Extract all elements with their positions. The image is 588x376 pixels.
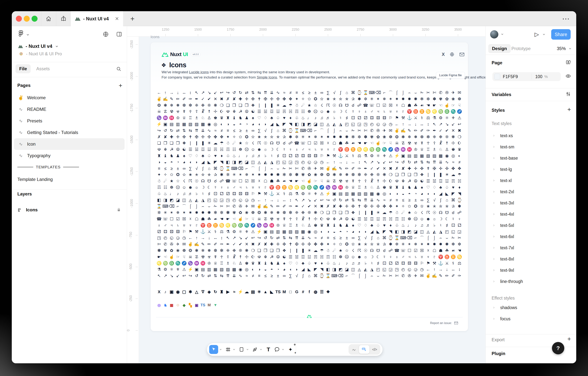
grid-icon[interactable]: ♖ bbox=[287, 222, 294, 228]
grid-icon[interactable]: ⇄ bbox=[175, 128, 181, 134]
grid-icon[interactable]: ♁ bbox=[363, 108, 369, 115]
grid-icon[interactable]: ◒ bbox=[331, 228, 337, 235]
file-title-row[interactable]: - Nuxt UI v4 bbox=[18, 43, 59, 49]
grid-icon[interactable]: ◰ bbox=[275, 159, 281, 165]
grid-icon[interactable]: ◩ bbox=[237, 159, 244, 165]
grid-icon[interactable]: ↺ bbox=[193, 273, 200, 279]
grid-icon[interactable]: ✒ bbox=[294, 203, 300, 209]
grid-icon[interactable]: ☍ bbox=[456, 209, 463, 216]
grid-icon[interactable]: ∫ bbox=[200, 165, 206, 172]
grid-icon[interactable]: ♍ bbox=[162, 260, 169, 267]
grid-icon[interactable]: ☥ bbox=[425, 140, 431, 146]
grid-icon[interactable]: ▥ bbox=[344, 191, 350, 197]
grid-icon[interactable]: ♝ bbox=[162, 153, 169, 159]
grid-icon[interactable]: ♧ bbox=[156, 191, 162, 197]
grid-icon[interactable]: ⚔ bbox=[444, 260, 450, 267]
page-item-template-landing[interactable]: Template Landing bbox=[17, 177, 53, 182]
grid-icon[interactable]: ✤ bbox=[450, 165, 456, 172]
grid-icon[interactable]: ♂ bbox=[162, 222, 169, 228]
grid-icon[interactable]: ◉ bbox=[237, 266, 244, 273]
grid-icon[interactable]: ◲ bbox=[356, 121, 363, 128]
grid-icon[interactable]: ♌ bbox=[294, 184, 300, 191]
grid-icon[interactable]: ☯ bbox=[281, 254, 287, 260]
grid-icon[interactable]: ✫ bbox=[350, 241, 356, 247]
grid-icon[interactable]: ☄ bbox=[400, 209, 406, 216]
grid-icon[interactable]: ♜ bbox=[256, 260, 262, 267]
text-style-text-3xl[interactable]: text-3xl bbox=[492, 198, 514, 207]
grid-icon[interactable]: ⌠ bbox=[256, 165, 262, 172]
grid-icon[interactable]: ◥ bbox=[287, 121, 294, 128]
grid-icon[interactable]: ✧ bbox=[162, 172, 169, 178]
grid-icon[interactable]: ✧ bbox=[331, 241, 337, 247]
grid-icon[interactable]: ❃ bbox=[331, 172, 337, 178]
grid-icon[interactable]: ✝ bbox=[356, 203, 363, 209]
grid-icon[interactable]: ◳ bbox=[225, 197, 231, 203]
grid-icon[interactable]: ❏ bbox=[225, 102, 231, 108]
grid-icon[interactable]: ← bbox=[325, 159, 331, 165]
grid-icon[interactable]: ◒ bbox=[400, 191, 406, 197]
grid-icon[interactable]: ▤ bbox=[200, 266, 206, 273]
grid-icon[interactable]: ✄ bbox=[156, 241, 162, 247]
grid-icon[interactable]: ✛ bbox=[175, 134, 181, 140]
grid-icon[interactable]: ♊ bbox=[419, 108, 425, 115]
grid-icon[interactable]: ⌨ bbox=[400, 235, 406, 241]
variables-button[interactable] bbox=[565, 91, 571, 97]
grid-icon[interactable]: ✇ bbox=[168, 241, 175, 247]
grid-icon[interactable]: ♠ bbox=[250, 115, 256, 121]
grid-icon[interactable]: ◧ bbox=[294, 121, 300, 128]
grid-icon[interactable]: ⚁ bbox=[356, 115, 363, 121]
grid-icon[interactable]: ♦ bbox=[319, 260, 325, 267]
grid-icon[interactable]: ◖ bbox=[425, 191, 431, 197]
grid-icon[interactable]: ♦ bbox=[456, 184, 463, 191]
lock-icon[interactable] bbox=[116, 207, 121, 212]
grid-icon[interactable]: ✁ bbox=[281, 165, 287, 172]
grid-icon[interactable]: ✚ bbox=[406, 165, 413, 172]
grid-icon[interactable]: ▩ bbox=[438, 153, 444, 159]
grid-icon[interactable]: ☃ bbox=[225, 140, 231, 146]
grid-icon[interactable]: ◶ bbox=[313, 159, 319, 165]
grid-icon[interactable]: ♀ bbox=[287, 146, 294, 153]
grid-icon[interactable]: ☷ bbox=[400, 216, 406, 222]
grid-icon[interactable]: ✱ bbox=[219, 172, 225, 178]
grid-icon[interactable]: ⌐ bbox=[175, 203, 181, 209]
grid-icon[interactable]: ♫ bbox=[419, 222, 425, 228]
grid-icon[interactable]: ♈ bbox=[406, 108, 413, 115]
grid-icon[interactable]: ❏ bbox=[156, 140, 162, 146]
grid-icon[interactable]: ✳ bbox=[231, 172, 237, 178]
grid-icon[interactable]: ✔ bbox=[237, 241, 244, 247]
grid-icon[interactable]: ❅ bbox=[344, 172, 350, 178]
grid-icon[interactable]: ✖ bbox=[388, 165, 394, 172]
grid-icon[interactable]: ♨ bbox=[331, 260, 337, 267]
grid-icon[interactable]: ✲ bbox=[394, 241, 400, 247]
grid-icon[interactable]: ♩ bbox=[406, 222, 413, 228]
brand-icon[interactable]: ✳ bbox=[256, 290, 262, 294]
grid-icon[interactable]: ◑ bbox=[394, 191, 400, 197]
grid-icon[interactable]: ☘ bbox=[206, 216, 212, 222]
grid-icon[interactable]: ≈ bbox=[212, 128, 219, 134]
grid-icon[interactable]: ⚀ bbox=[450, 222, 456, 228]
grid-icon[interactable]: ✲ bbox=[156, 209, 162, 216]
main-menu-button[interactable] bbox=[18, 30, 24, 38]
grid-icon[interactable]: ✜ bbox=[419, 165, 425, 172]
grid-icon[interactable]: ♃ bbox=[406, 254, 413, 260]
grid-icon[interactable]: ♝ bbox=[400, 184, 406, 191]
grid-icon[interactable]: ☜ bbox=[300, 178, 306, 184]
grid-icon[interactable]: ✾ bbox=[438, 96, 444, 102]
grid-icon[interactable]: ✕ bbox=[243, 241, 250, 247]
grid-icon[interactable]: ↖ bbox=[225, 235, 231, 241]
grid-icon[interactable]: ✽ bbox=[294, 172, 300, 178]
grid-icon[interactable]: ◴ bbox=[369, 121, 375, 128]
grid-icon[interactable]: ≈ bbox=[243, 273, 250, 279]
grid-icon[interactable]: ⇊ bbox=[200, 128, 206, 134]
grid-icon[interactable]: ⌐ bbox=[381, 89, 388, 96]
grid-icon[interactable]: ✆ bbox=[231, 203, 237, 209]
grid-icon[interactable]: ⚔ bbox=[413, 115, 419, 121]
grid-icon[interactable]: ◤ bbox=[450, 191, 456, 197]
grid-icon[interactable]: ☬ bbox=[331, 216, 337, 222]
grid-icon[interactable]: ✆ bbox=[300, 165, 306, 172]
grid-icon[interactable]: ❇ bbox=[187, 102, 194, 108]
grid-icon[interactable]: ☧ bbox=[369, 178, 375, 184]
grid-icon[interactable]: ♣ bbox=[438, 184, 444, 191]
grid-icon[interactable]: ◳ bbox=[156, 235, 162, 241]
grid-icon[interactable]: ↖ bbox=[294, 197, 300, 203]
